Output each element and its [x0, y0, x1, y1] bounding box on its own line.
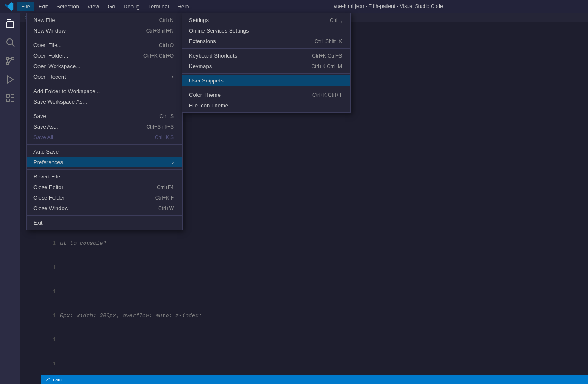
menu-preferences[interactable]: Preferences › — [27, 157, 182, 167]
menu-close-window[interactable]: Close Window Ctrl+W — [27, 203, 182, 214]
menu-auto-save[interactable]: Auto Save — [27, 146, 182, 157]
pref-color-theme[interactable]: Color Theme Ctrl+K Ctrl+T — [182, 90, 350, 100]
menu-revert-file[interactable]: Revert File — [27, 171, 182, 182]
separator-5 — [27, 169, 182, 170]
pref-settings[interactable]: Settings Ctrl+, — [182, 15, 350, 25]
pref-keymaps[interactable]: Keymaps Ctrl+K Ctrl+M — [182, 61, 350, 71]
menu-close-folder[interactable]: Close Folder Ctrl+K F — [27, 192, 182, 203]
pref-keyboard-shortcuts[interactable]: Keyboard Shortcuts Ctrl+K Ctrl+S — [182, 50, 350, 61]
menu-add-folder[interactable]: Add Folder to Workspace... — [27, 86, 182, 96]
menu-save-as[interactable]: Save As... Ctrl+Shift+S — [27, 121, 182, 132]
separator-6 — [27, 215, 182, 216]
menu-new-window[interactable]: New Window Ctrl+Shift+N — [27, 25, 182, 36]
menu-exit[interactable]: Exit — [27, 217, 182, 228]
menu-save-all: Save All Ctrl+K S — [27, 132, 182, 143]
pref-separator-1 — [182, 48, 350, 49]
menu-close-editor[interactable]: Close Editor Ctrl+F4 — [27, 182, 182, 192]
menu-new-file[interactable]: New File Ctrl+N — [27, 15, 182, 25]
menu-save-workspace-as[interactable]: Save Workspace As... — [27, 96, 182, 107]
preferences-submenu: Settings Ctrl+, Online Services Settings… — [182, 13, 351, 113]
pref-online-services[interactable]: Online Services Settings — [182, 25, 350, 36]
separator-3 — [27, 109, 182, 109]
menu-overlay[interactable]: New File Ctrl+N New Window Ctrl+Shift+N … — [0, 0, 588, 384]
pref-extensions[interactable]: Extensions Ctrl+Shift+X — [182, 36, 350, 47]
separator-4 — [27, 144, 182, 145]
pref-separator-2 — [182, 73, 350, 74]
menu-save[interactable]: Save Ctrl+S — [27, 111, 182, 121]
menu-open-recent[interactable]: Open Recent › — [27, 71, 182, 82]
pref-user-snippets[interactable]: User Snippets — [182, 75, 350, 86]
menu-open-folder[interactable]: Open Folder... Ctrl+K Ctrl+O — [27, 50, 182, 61]
menu-open-file[interactable]: Open File... Ctrl+O — [27, 40, 182, 50]
pref-separator-3 — [182, 88, 350, 88]
file-dropdown: New File Ctrl+N New Window Ctrl+Shift+N … — [26, 13, 183, 230]
pref-file-icon-theme[interactable]: File Icon Theme — [182, 100, 350, 111]
separator-2 — [27, 84, 182, 84]
menu-open-workspace[interactable]: Open Workspace... — [27, 61, 182, 71]
separator-1 — [27, 38, 182, 38]
